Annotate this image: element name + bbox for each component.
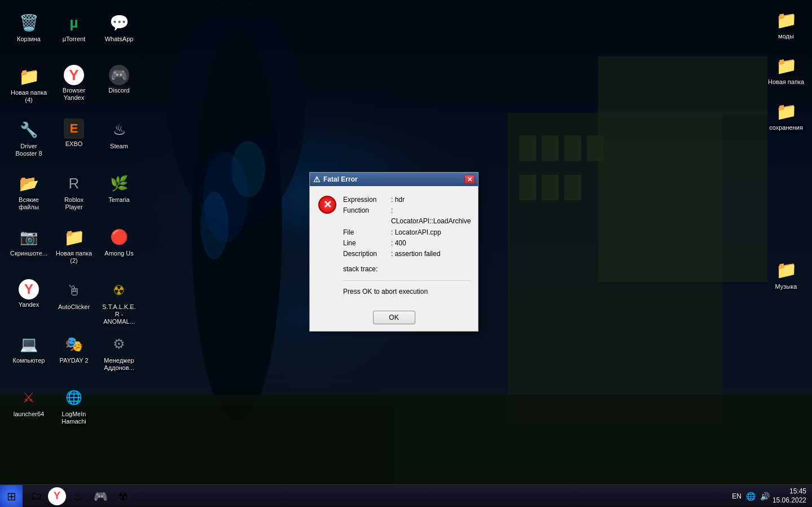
desktop-icon-recycle-bin[interactable]: 🗑️ Корзина bbox=[8, 8, 49, 59]
logmein-label: LogMeIn Hamachi bbox=[55, 411, 93, 425]
dialog-separator bbox=[343, 280, 471, 281]
all-files-icon: 📂 bbox=[17, 172, 40, 195]
taskbar-app-game[interactable]: 🎮 bbox=[90, 486, 111, 507]
dialog-key-line: Line bbox=[343, 238, 388, 249]
driver-booster-label: Driver Booster 8 bbox=[10, 143, 47, 157]
desktop-icon-saves[interactable]: 📁 сохранения bbox=[766, 97, 806, 134]
desktop-icon-new-folder-right[interactable]: 📁 Новая папка bbox=[766, 51, 806, 89]
network-icon: 🌐 bbox=[746, 492, 756, 501]
taskbar-start-button[interactable]: ⊞ bbox=[0, 485, 23, 508]
driver-booster-icon: 🔧 bbox=[17, 118, 40, 141]
new-folder-2-icon: 📁 bbox=[63, 226, 85, 248]
desktop-icon-roblox[interactable]: R Roblox Player bbox=[54, 169, 94, 220]
taskbar-app-other[interactable]: ☢ bbox=[112, 486, 134, 507]
dialog-body: ✕ Expression : hdr Function : CLocatorAP… bbox=[310, 186, 478, 306]
among-us-label: Among Us bbox=[104, 250, 133, 257]
desktop-icon-launcher64[interactable]: ⚔ launcher64 bbox=[8, 383, 49, 434]
steam-taskbar-icon: ♨ bbox=[73, 490, 83, 503]
desktop-icon-utorrent[interactable]: µ µTorrent bbox=[54, 8, 94, 59]
terraria-icon: 🌿 bbox=[108, 172, 130, 195]
among-us-icon: 🔴 bbox=[108, 226, 130, 248]
roblox-label: Roblox Player bbox=[55, 196, 93, 211]
logmein-icon: 🌐 bbox=[63, 386, 85, 409]
fatal-error-dialog: ⚠ Fatal Error ✕ ✕ Expression : hdr Funct… bbox=[309, 172, 479, 332]
desktop-icon-all-files[interactable]: 📂 Всякие файлы bbox=[8, 169, 49, 220]
utorrent-icon: µ bbox=[63, 11, 85, 34]
dialog-row-expression: Expression : hdr bbox=[343, 195, 471, 205]
dialog-row-line: Line : 400 bbox=[343, 238, 471, 249]
desktop-icon-whatsapp[interactable]: 💬 WhatsApp bbox=[99, 8, 139, 59]
saves-icon: 📁 bbox=[775, 100, 797, 122]
all-files-label: Всякие файлы bbox=[10, 196, 47, 211]
desktop-icon-screenshot[interactable]: 📷 Скриншоте... bbox=[8, 223, 49, 274]
desktop-icon-yandex[interactable]: Y Yandex bbox=[8, 276, 49, 327]
dialog-key-description: Description bbox=[343, 249, 388, 259]
recycle-bin-icon: 🗑️ bbox=[17, 11, 40, 34]
dialog-key-expression: Expression bbox=[343, 195, 388, 205]
desktop-icon-mods[interactable]: 📁 моды bbox=[766, 6, 806, 43]
dialog-value-line: : 400 bbox=[391, 238, 406, 249]
launcher64-label: launcher64 bbox=[14, 411, 44, 418]
desktop-icon-autoclicker[interactable]: 🖱 AutoClicker bbox=[54, 276, 94, 327]
desktop-icon-manager[interactable]: ⚙ Менеджер Аддонов... bbox=[99, 330, 139, 381]
dialog-title-icon: ⚠ bbox=[313, 175, 321, 184]
taskbar-app-yandex[interactable]: Y bbox=[48, 487, 66, 505]
taskbar-time-display: 15:45 bbox=[773, 487, 806, 496]
yandex-taskbar-icon: Y bbox=[54, 490, 60, 502]
desktop-icon-discord[interactable]: 🎮 Discord bbox=[99, 62, 139, 113]
desktop-icon-driver-booster[interactable]: 🔧 Driver Booster 8 bbox=[8, 116, 49, 166]
desktop-icon-new-folder-4[interactable]: 📁 Новая папка (4) bbox=[8, 62, 49, 113]
new-folder-right-icon: 📁 bbox=[775, 54, 797, 77]
discord-label: Discord bbox=[108, 87, 129, 94]
yandex-browser-label: Browser Yandex bbox=[55, 87, 93, 102]
desktop-icon-payday2[interactable]: 🎭 PAYDAY 2 bbox=[54, 330, 94, 381]
desktop-icon-music[interactable]: 📁 Музыка bbox=[766, 256, 806, 293]
computer-icon: 💻 bbox=[17, 333, 40, 355]
ok-button[interactable]: OK bbox=[373, 311, 415, 324]
taskbar: ⊞ 🗂 Y ♨ 🎮 ☢ EN 🌐 🔊 15:45 15.06.2022 bbox=[0, 484, 812, 507]
desktop-icon-new-folder-2[interactable]: 📁 Новая папка (2) bbox=[54, 223, 94, 274]
whatsapp-icon: 💬 bbox=[108, 11, 130, 34]
dialog-row-description: Description : assertion failed bbox=[343, 249, 471, 259]
mods-icon: 📁 bbox=[775, 8, 797, 31]
error-icon: ✕ bbox=[318, 196, 336, 214]
new-folder-4-label: Новая папка (4) bbox=[10, 89, 47, 104]
stalker-icon: ☢ bbox=[108, 279, 130, 302]
dialog-content: ✕ Expression : hdr Function : CLocatorAP… bbox=[318, 195, 469, 298]
taskbar-app-steam[interactable]: ♨ bbox=[67, 486, 89, 507]
dialog-titlebar[interactable]: ⚠ Fatal Error ✕ bbox=[310, 173, 478, 186]
desktop-icon-logmein[interactable]: 🌐 LogMeIn Hamachi bbox=[54, 383, 94, 434]
desktop-icon-terraria[interactable]: 🌿 Terraria bbox=[99, 169, 139, 220]
desktop-icon-steam[interactable]: ♨ Steam bbox=[99, 116, 139, 166]
terraria-label: Terraria bbox=[108, 196, 129, 204]
desktop-icon-exbo[interactable]: E EXBO bbox=[54, 116, 94, 166]
computer-label: Компьютер bbox=[13, 357, 45, 364]
exbo-label: EXBO bbox=[65, 140, 83, 148]
music-icon: 📁 bbox=[775, 259, 797, 281]
desktop-icon-among-us[interactable]: 🔴 Among Us bbox=[99, 223, 139, 274]
saves-label: сохранения bbox=[769, 124, 803, 131]
mods-label: моды bbox=[778, 33, 794, 40]
screenshot-icon: 📷 bbox=[17, 226, 40, 248]
taskbar-right: EN 🌐 🔊 15:45 15.06.2022 bbox=[732, 487, 812, 505]
dialog-close-button[interactable]: ✕ bbox=[464, 175, 475, 184]
taskbar-app-explorer[interactable]: 🗂 bbox=[25, 486, 47, 507]
taskbar-date-display: 15.06.2022 bbox=[773, 496, 806, 505]
taskbar-clock: 15:45 15.06.2022 bbox=[773, 487, 806, 505]
yandex-icon: Y bbox=[19, 279, 39, 299]
start-icon: ⊞ bbox=[7, 490, 16, 503]
screenshot-label: Скриншоте... bbox=[10, 250, 47, 257]
taskbar-lang: EN bbox=[732, 492, 741, 500]
dialog-footer: OK bbox=[310, 306, 478, 331]
new-folder-right-label: Новая папка bbox=[768, 78, 804, 86]
desktop-icon-yandex-browser[interactable]: Y Browser Yandex bbox=[54, 62, 94, 113]
dialog-key-function: Function bbox=[343, 205, 388, 227]
recycle-bin-label: Корзина bbox=[17, 36, 41, 43]
taskbar-apps: 🗂 Y ♨ 🎮 ☢ bbox=[23, 485, 137, 507]
desktop-icon-stalker[interactable]: ☢ S.T.A.L.K.E.R - ANOMAL... bbox=[99, 276, 139, 327]
dialog-value-file: : LocatorAPI.cpp bbox=[391, 227, 441, 238]
other-taskbar-icon: ☢ bbox=[118, 490, 128, 503]
exbo-icon: E bbox=[64, 118, 84, 139]
desktop-icon-computer[interactable]: 💻 Компьютер bbox=[8, 330, 49, 381]
utorrent-label: µTorrent bbox=[63, 36, 86, 43]
